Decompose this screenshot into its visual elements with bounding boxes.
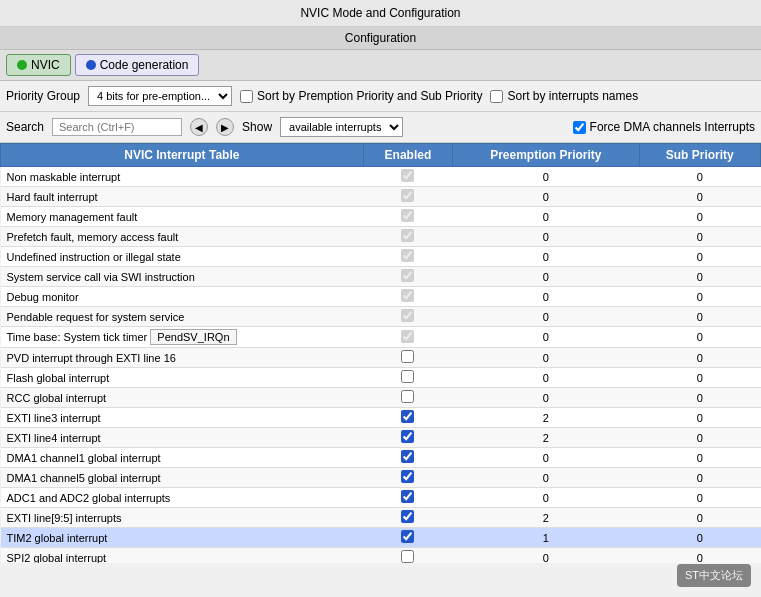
enabled-cell[interactable]	[363, 327, 452, 348]
table-row: Non maskable interrupt00	[1, 167, 761, 187]
subpriority-cell: 0	[639, 428, 760, 448]
preemption-cell: 0	[453, 227, 639, 247]
enabled-checkbox[interactable]	[401, 189, 414, 202]
enabled-cell[interactable]	[363, 307, 452, 327]
enabled-cell[interactable]	[363, 267, 452, 287]
enabled-cell[interactable]	[363, 528, 452, 548]
subpriority-cell: 0	[639, 548, 760, 564]
enabled-cell[interactable]	[363, 167, 452, 187]
subpriority-cell: 0	[639, 488, 760, 508]
tab-nvic[interactable]: NVIC	[6, 54, 71, 76]
tab-code-generation[interactable]: Code generation	[75, 54, 200, 76]
enabled-cell[interactable]	[363, 428, 452, 448]
enabled-checkbox[interactable]	[401, 309, 414, 322]
sort-interrupts-checkbox[interactable]	[490, 90, 503, 103]
subpriority-cell: 0	[639, 207, 760, 227]
show-select[interactable]: available interrupts all interrupts	[280, 117, 403, 137]
enabled-checkbox[interactable]	[401, 410, 414, 423]
sort-premption-checkbox[interactable]	[240, 90, 253, 103]
priority-group-select[interactable]: 4 bits for pre-emption...	[88, 86, 232, 106]
enabled-checkbox[interactable]	[401, 510, 414, 523]
enabled-cell[interactable]	[363, 348, 452, 368]
enabled-checkbox[interactable]	[401, 550, 414, 563]
preemption-cell: 0	[453, 287, 639, 307]
preemption-cell: 0	[453, 488, 639, 508]
subpriority-cell: 0	[639, 327, 760, 348]
table-row: PVD interrupt through EXTI line 1600	[1, 348, 761, 368]
table-row: EXTI line4 interrupt20	[1, 428, 761, 448]
enabled-cell[interactable]	[363, 448, 452, 468]
enabled-cell[interactable]	[363, 187, 452, 207]
table-row: Time base: System tick timer PendSV_IRQn…	[1, 327, 761, 348]
preemption-cell: 2	[453, 408, 639, 428]
enabled-checkbox[interactable]	[401, 249, 414, 262]
interrupt-name-cell: Prefetch fault, memory access fault	[1, 227, 364, 247]
subpriority-cell: 0	[639, 388, 760, 408]
search-row: Search ◀ ▶ Show available interrupts all…	[0, 112, 761, 143]
interrupt-name-cell: Time base: System tick timer PendSV_IRQn	[1, 327, 364, 348]
enabled-cell[interactable]	[363, 408, 452, 428]
interrupt-name-cell: Hard fault interrupt	[1, 187, 364, 207]
interrupt-name-cell: TIM2 global interrupt	[1, 528, 364, 548]
enabled-checkbox[interactable]	[401, 209, 414, 222]
search-next-button[interactable]: ▶	[216, 118, 234, 136]
app-title: NVIC Mode and Configuration	[0, 0, 761, 27]
enabled-cell[interactable]	[363, 388, 452, 408]
enabled-checkbox[interactable]	[401, 370, 414, 383]
interrupt-name-cell: EXTI line[9:5] interrupts	[1, 508, 364, 528]
interrupt-name-cell: System service call via SWI instruction	[1, 267, 364, 287]
subpriority-cell: 0	[639, 408, 760, 428]
enabled-checkbox[interactable]	[401, 390, 414, 403]
enabled-checkbox[interactable]	[401, 269, 414, 282]
interrupt-name-cell: SPI2 global interrupt	[1, 548, 364, 564]
subpriority-cell: 0	[639, 307, 760, 327]
subpriority-cell: 0	[639, 267, 760, 287]
enabled-checkbox[interactable]	[401, 430, 414, 443]
preemption-cell: 0	[453, 307, 639, 327]
enabled-cell[interactable]	[363, 247, 452, 267]
enabled-checkbox[interactable]	[401, 229, 414, 242]
enabled-checkbox[interactable]	[401, 330, 414, 343]
enabled-checkbox[interactable]	[401, 490, 414, 503]
subpriority-cell: 0	[639, 368, 760, 388]
enabled-cell[interactable]	[363, 468, 452, 488]
enabled-cell[interactable]	[363, 287, 452, 307]
preemption-cell: 0	[453, 368, 639, 388]
enabled-cell[interactable]	[363, 488, 452, 508]
table-container: NVIC Interrupt Table Enabled Preemption …	[0, 143, 761, 563]
search-input[interactable]	[52, 118, 182, 136]
tab-nvic-dot	[17, 60, 27, 70]
table-row: Debug monitor00	[1, 287, 761, 307]
enabled-cell[interactable]	[363, 227, 452, 247]
interrupt-name-cell: ADC1 and ADC2 global interrupts	[1, 488, 364, 508]
interrupt-name-cell: DMA1 channel1 global interrupt	[1, 448, 364, 468]
enabled-checkbox[interactable]	[401, 169, 414, 182]
table-row: Undefined instruction or illegal state00	[1, 247, 761, 267]
subpriority-cell: 0	[639, 468, 760, 488]
enabled-cell[interactable]	[363, 368, 452, 388]
enabled-checkbox[interactable]	[401, 350, 414, 363]
preemption-cell: 0	[453, 207, 639, 227]
enabled-checkbox[interactable]	[401, 530, 414, 543]
table-row: Memory management fault00	[1, 207, 761, 227]
search-prev-button[interactable]: ◀	[190, 118, 208, 136]
enabled-cell[interactable]	[363, 508, 452, 528]
force-dma-checkbox[interactable]	[573, 121, 586, 134]
interrupt-name-cell: DMA1 channel5 global interrupt	[1, 468, 364, 488]
table-row: DMA1 channel1 global interrupt00	[1, 448, 761, 468]
col-subpriority: Sub Priority	[639, 144, 760, 167]
subpriority-cell: 0	[639, 448, 760, 468]
interrupt-name-cell: PVD interrupt through EXTI line 16	[1, 348, 364, 368]
enabled-cell[interactable]	[363, 548, 452, 564]
table-row: RCC global interrupt00	[1, 388, 761, 408]
enabled-checkbox[interactable]	[401, 470, 414, 483]
tab-codegen-dot	[86, 60, 96, 70]
table-header-row: NVIC Interrupt Table Enabled Preemption …	[1, 144, 761, 167]
enabled-checkbox[interactable]	[401, 450, 414, 463]
interrupt-name-cell: Undefined instruction or illegal state	[1, 247, 364, 267]
enabled-checkbox[interactable]	[401, 289, 414, 302]
subpriority-cell: 0	[639, 348, 760, 368]
enabled-cell[interactable]	[363, 207, 452, 227]
tab-nvic-label: NVIC	[31, 58, 60, 72]
table-row: System service call via SWI instruction0…	[1, 267, 761, 287]
